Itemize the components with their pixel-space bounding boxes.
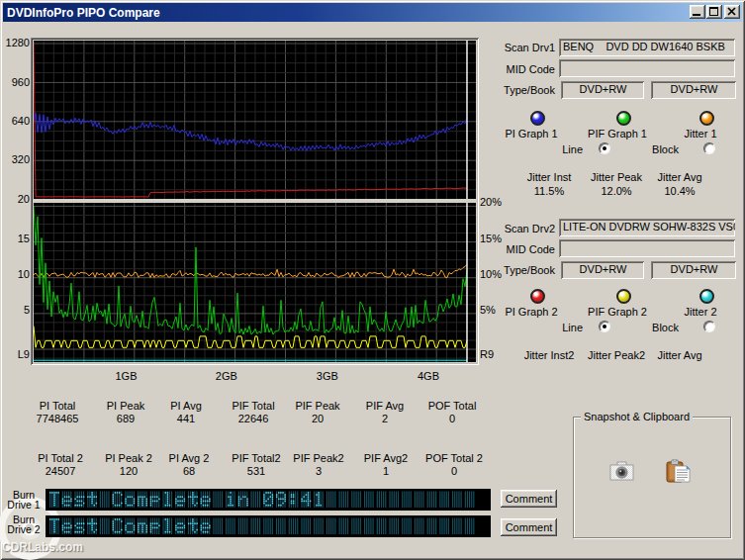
stat1-value-4: 22646 (232, 413, 274, 425)
line1-radio[interactable] (599, 142, 610, 154)
stat1-6: PIF Avg2 (366, 400, 404, 424)
line2-radio[interactable] (599, 321, 610, 332)
stat2-label-7: POF Total 2 (425, 452, 483, 465)
comment2-button[interactable]: Comment (501, 518, 557, 536)
stat2-2: PI Peak 2120 (105, 452, 152, 477)
copy-clipboard-button[interactable] (665, 459, 692, 485)
drive1-led-2 (616, 111, 631, 126)
maximize-icon (709, 7, 718, 16)
maximize-button[interactable] (706, 5, 722, 19)
type-book1-field-1: DVD+RW (561, 81, 644, 99)
stat1-label-3: PI Avg (170, 400, 202, 413)
x-axis-tick-gb: 2GB (207, 370, 246, 382)
snapshot-clipboard-group: Snapshot & Clipboard (573, 417, 731, 538)
stat1-value-7: 0 (428, 413, 477, 425)
y-axis-tick-pif: 5 (0, 304, 30, 316)
y-axis-tick-jitter: R9 (480, 348, 494, 360)
title-bar[interactable]: DVDInfoPro PIPO Compare (3, 3, 742, 22)
drive1-jitter-value-2: 12.0% (601, 185, 631, 197)
snapshot-camera-button[interactable] (609, 461, 635, 484)
mid-code2-field[interactable] (559, 239, 735, 257)
stat1-label-1: PI Total (37, 400, 79, 413)
type-book2-field-1: DVD+RW (561, 261, 644, 279)
burn-drive1-label-line2: Drive 1 (4, 500, 44, 510)
stat2-4: PIF Total2531 (232, 452, 280, 477)
block1-label: Block (629, 143, 679, 155)
drive2-led-3 (699, 289, 714, 304)
stat1-value-6: 2 (366, 413, 404, 425)
drive1-jitter-value-1: 11.5% (534, 185, 564, 197)
burn-drive2-label: Burn Drive 2 (4, 514, 44, 534)
type-book1-field-2: DVD+RW (651, 81, 736, 99)
stat2-3: PI Avg 268 (169, 452, 210, 477)
x-axis-tick-gb: 3GB (308, 370, 347, 382)
stat2-6: PIF Avg21 (364, 452, 408, 477)
stat2-value-4: 531 (232, 465, 280, 478)
mid-code1-field[interactable] (559, 59, 735, 77)
drive2-led-1 (530, 289, 545, 304)
stat1-value-5: 20 (295, 413, 339, 425)
stat2-value-7: 0 (425, 465, 483, 478)
stat1-label-7: POF Total (428, 400, 477, 413)
drive2-jitter-label-3: Jitter Avg (657, 349, 701, 361)
minimize-button[interactable] (690, 5, 705, 19)
minimize-icon (693, 14, 700, 16)
block2-radio[interactable] (703, 321, 715, 332)
line1-label: Line (533, 143, 583, 155)
stat2-label-6: PIF Avg2 (364, 452, 408, 465)
y-axis-tick-pif: 10 (0, 268, 30, 280)
burn-drive1-label: Burn Drive 1 (4, 490, 44, 510)
drive1-jitter-label-1: Jitter Inst (527, 171, 572, 183)
scan-drv1-field[interactable]: BENQ DVD DD DW1640 BSKB (559, 39, 735, 56)
drive1-led-3 (699, 111, 714, 126)
clipboard-icon (665, 459, 692, 483)
drive1-led-label-1: PI Graph 1 (505, 128, 557, 140)
stat1-3: PI Avg441 (170, 400, 202, 424)
drive2-led-label-2: PIF Graph 2 (588, 306, 647, 318)
stat2-value-6: 1 (364, 465, 408, 478)
y-axis-tick-pif: 15 (0, 233, 30, 244)
stat1-1: PI Total7748465 (37, 400, 79, 424)
pif-jitter-comparison-chart[interactable] (34, 203, 476, 362)
type-book1-label: Type/Book (476, 84, 555, 96)
type-book2-field-2: DVD+RW (651, 261, 736, 279)
stat1-7: POF Total0 (428, 400, 477, 424)
drive2-led-2 (616, 289, 631, 304)
stat2-label-5: PIF Peak2 (293, 452, 343, 465)
drive1-led-label-2: PIF Graph 1 (588, 128, 647, 140)
drive2-jitter-label-1: Jitter Inst2 (524, 349, 575, 361)
close-icon (724, 5, 740, 19)
line2-label: Line (533, 322, 583, 333)
y-axis-tick-pi: 640 (0, 115, 30, 127)
scan-drv1-label: Scan Drv1 (476, 42, 555, 53)
stat1-value-2: 689 (107, 413, 145, 425)
burn-drive1-lcd-display (46, 489, 491, 511)
block1-radio[interactable] (703, 142, 715, 154)
scan-drv2-field[interactable]: LITE-ON DVDRW SOHW-832S VS08 (559, 219, 735, 236)
x-axis-tick-gb: 1GB (107, 370, 146, 382)
drive1-jitter-label-3: Jitter Avg (657, 171, 701, 183)
drive2-led-label-1: PI Graph 2 (505, 306, 557, 318)
y-axis-tick-pi: 320 (0, 153, 30, 165)
stat2-value-2: 120 (105, 465, 152, 478)
stat1-label-6: PIF Avg (366, 400, 404, 413)
scan-drv2-label: Scan Drv2 (476, 223, 555, 234)
block2-label: Block (629, 322, 679, 333)
stat2-label-1: PI Total 2 (38, 452, 83, 465)
stat1-label-5: PIF Peak (295, 400, 339, 413)
comment1-button[interactable]: Comment (501, 490, 557, 508)
mid-code2-label: MID Code (476, 243, 555, 255)
stat2-value-3: 68 (169, 465, 210, 478)
close-button[interactable] (724, 5, 740, 19)
app-window: DVDInfoPro PIPO Compare 1280960640320201… (0, 0, 745, 560)
drive2-jitter-label-2: Jitter Peak2 (588, 349, 645, 361)
pi-comparison-chart[interactable] (34, 41, 476, 199)
x-axis-tick-gb: 4GB (409, 370, 448, 382)
stat2-label-2: PI Peak 2 (105, 452, 152, 465)
burn-drive2-lcd-display (46, 515, 491, 537)
stat1-value-3: 441 (170, 413, 202, 425)
line1-radio-dot (603, 146, 606, 150)
drive1-jitter-value-3: 10.4% (664, 185, 695, 197)
y-axis-tick-pi: 1280 (0, 37, 30, 48)
y-axis-tick-pi: 20 (0, 193, 30, 205)
